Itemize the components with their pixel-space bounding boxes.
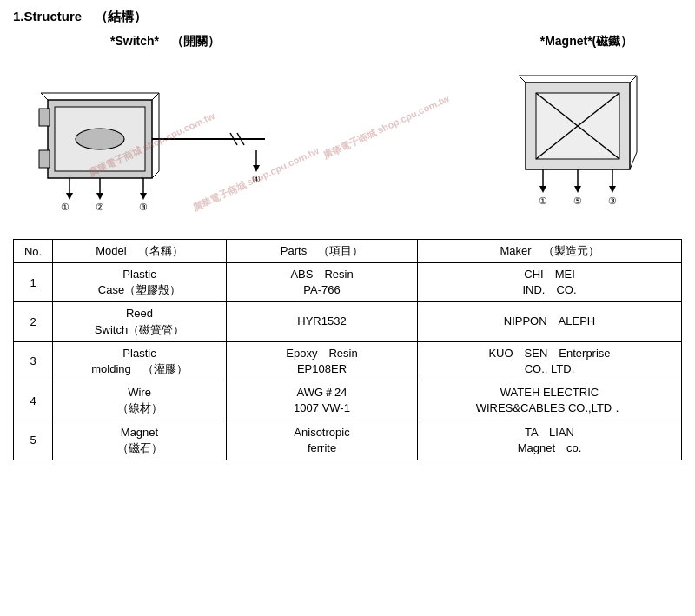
cell-no-1: 1 [14, 263, 53, 302]
table-row: 3 Plastic molding （灌膠） Epoxy Resin EP108… [14, 341, 682, 381]
cell-no-3: 3 [14, 341, 53, 381]
svg-marker-38 [574, 186, 581, 193]
svg-point-2 [76, 129, 124, 149]
svg-marker-12 [96, 193, 103, 200]
magnet-svg: ① ⑤ ③ [500, 56, 673, 230]
magnet-diagram: *Magnet*(磁鐵） ① [500, 34, 673, 230]
svg-text:⑤: ⑤ [573, 195, 582, 206]
cell-model-4: Wire （線材） [53, 381, 227, 421]
switch-svg: ① ② ③ ④ [22, 56, 308, 230]
switch-diagram: *Switch* （開關） ① [22, 34, 308, 230]
svg-line-24 [152, 171, 159, 178]
cell-parts-1: ABS Resin PA-766 [227, 263, 418, 302]
svg-text:④: ④ [252, 174, 261, 184]
svg-line-20 [41, 93, 48, 100]
cell-no-4: 4 [14, 381, 53, 421]
table-row: 1 Plastic Case（塑膠殼） ABS Resin PA-766 CHI… [14, 263, 682, 302]
switch-label: *Switch* （開關） [110, 34, 220, 50]
svg-text:③: ③ [608, 195, 617, 206]
svg-rect-4 [39, 150, 50, 168]
svg-marker-9 [66, 193, 73, 200]
cell-maker-2: NIPPON ALEPH [418, 302, 682, 341]
svg-line-30 [630, 76, 637, 83]
svg-text:③: ③ [139, 202, 148, 212]
cell-model-2: Reed Switch（磁簧管） [53, 302, 227, 341]
cell-maker-1: CHI MEI IND. CO. [418, 263, 682, 302]
cell-maker-3: KUO SEN Enterprise CO., LTD. [418, 341, 682, 381]
table-row: 2 Reed Switch（磁簧管） HYR1532 NIPPON ALEPH [14, 302, 682, 341]
cell-no-5: 5 [14, 421, 53, 460]
parts-table: No. Model （名稱） Parts （項目） Maker （製造元） 1 … [13, 239, 682, 460]
svg-text:①: ① [539, 195, 547, 206]
table-row: 4 Wire （線材） AWG＃24 1007 VW-1 WATEH ELECT… [14, 381, 682, 421]
svg-marker-15 [140, 193, 147, 200]
cell-model-5: Magnet （磁石） [53, 421, 227, 460]
table-row: 5 Magnet （磁石） Anisotropic ferrite TA LIA… [14, 421, 682, 460]
cell-model-1: Plastic Case（塑膠殼） [53, 263, 227, 302]
cell-model-3: Plastic molding （灌膠） [53, 341, 227, 381]
svg-line-29 [519, 76, 526, 83]
svg-line-21 [152, 93, 159, 100]
svg-marker-41 [609, 186, 616, 193]
header-no: No. [14, 240, 53, 263]
cell-maker-5: TA LIAN Magnet co. [418, 421, 682, 460]
svg-text:①: ① [61, 202, 70, 212]
cell-parts-3: Epoxy Resin EP108ER [227, 341, 418, 381]
svg-text:②: ② [96, 202, 104, 212]
header-parts: Parts （項目） [227, 240, 418, 263]
svg-rect-3 [39, 109, 50, 126]
svg-marker-35 [539, 186, 546, 193]
svg-line-33 [630, 152, 637, 169]
cell-maker-4: WATEH ELECTRIC WIRES&CABLES CO.,LTD． [418, 381, 682, 421]
cell-parts-5: Anisotropic ferrite [227, 421, 418, 460]
header-maker: Maker （製造元） [418, 240, 682, 263]
page-title: 1.Structure （結構） [13, 9, 682, 25]
cell-parts-2: HYR1532 [227, 302, 418, 341]
svg-marker-18 [253, 165, 260, 172]
magnet-label: *Magnet*(磁鐵） [540, 34, 633, 50]
header-model: Model （名稱） [53, 240, 227, 263]
cell-parts-4: AWG＃24 1007 VW-1 [227, 381, 418, 421]
cell-no-2: 2 [14, 302, 53, 341]
